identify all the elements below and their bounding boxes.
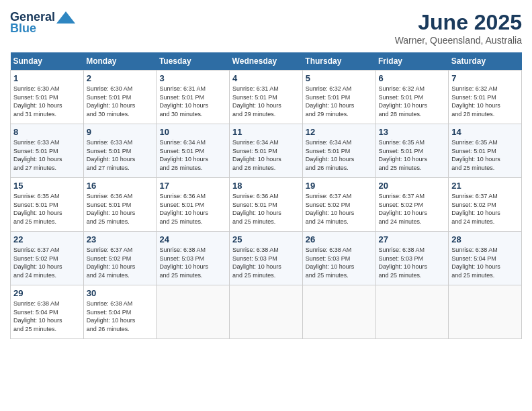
calendar-cell: 3Sunrise: 6:31 AMSunset: 5:01 PMDaylight…	[157, 71, 230, 124]
calendar-cell: 9Sunrise: 6:33 AMSunset: 5:01 PMDaylight…	[83, 124, 157, 178]
calendar-table: SundayMondayTuesdayWednesdayThursdayFrid…	[10, 52, 522, 339]
day-number: 11	[232, 127, 300, 137]
day-info: Sunrise: 6:38 AMSunset: 5:04 PMDaylight:…	[13, 300, 81, 333]
calendar-week-row: 15Sunrise: 6:35 AMSunset: 5:01 PMDayligh…	[11, 178, 522, 232]
calendar-cell: 6Sunrise: 6:32 AMSunset: 5:01 PMDaylight…	[375, 71, 449, 124]
day-info: Sunrise: 6:38 AMSunset: 5:04 PMDaylight:…	[451, 246, 519, 279]
calendar-cell: 10Sunrise: 6:34 AMSunset: 5:01 PMDayligh…	[157, 124, 230, 178]
day-info: Sunrise: 6:34 AMSunset: 5:01 PMDaylight:…	[232, 138, 300, 172]
calendar-cell: 25Sunrise: 6:38 AMSunset: 5:03 PMDayligh…	[230, 232, 303, 285]
day-number: 20	[379, 181, 446, 191]
day-info: Sunrise: 6:35 AMSunset: 5:01 PMDaylight:…	[379, 138, 446, 172]
calendar-cell	[449, 285, 522, 339]
calendar-cell: 1Sunrise: 6:30 AMSunset: 5:01 PMDaylight…	[11, 71, 84, 124]
page-header: General Blue June 2025 Warner, Queenslan…	[10, 10, 522, 46]
day-info: Sunrise: 6:33 AMSunset: 5:01 PMDaylight:…	[13, 138, 81, 172]
logo: General Blue	[10, 10, 75, 36]
day-info: Sunrise: 6:35 AMSunset: 5:01 PMDaylight:…	[13, 192, 81, 226]
day-number: 13	[379, 127, 446, 137]
calendar-cell: 19Sunrise: 6:37 AMSunset: 5:02 PMDayligh…	[302, 178, 375, 232]
day-info: Sunrise: 6:33 AMSunset: 5:01 PMDaylight:…	[87, 138, 154, 172]
calendar-cell: 21Sunrise: 6:37 AMSunset: 5:02 PMDayligh…	[449, 178, 522, 232]
day-number: 4	[232, 73, 300, 83]
title-area: June 2025 Warner, Queensland, Australia	[395, 10, 522, 46]
day-number: 27	[379, 234, 446, 244]
day-info: Sunrise: 6:37 AMSunset: 5:02 PMDaylight:…	[87, 246, 154, 279]
day-number: 2	[87, 73, 154, 83]
col-header-thursday: Thursday	[302, 52, 375, 71]
calendar-cell: 29Sunrise: 6:38 AMSunset: 5:04 PMDayligh…	[11, 285, 84, 339]
day-number: 17	[159, 181, 226, 191]
logo-icon	[56, 11, 75, 24]
day-number: 14	[451, 127, 519, 137]
calendar-week-row: 1Sunrise: 6:30 AMSunset: 5:01 PMDaylight…	[11, 71, 522, 124]
col-header-monday: Monday	[83, 52, 157, 71]
day-number: 30	[87, 288, 154, 298]
day-info: Sunrise: 6:37 AMSunset: 5:02 PMDaylight:…	[13, 246, 81, 279]
col-header-saturday: Saturday	[449, 52, 522, 71]
calendar-cell: 20Sunrise: 6:37 AMSunset: 5:02 PMDayligh…	[375, 178, 449, 232]
calendar-cell: 14Sunrise: 6:35 AMSunset: 5:01 PMDayligh…	[449, 124, 522, 178]
calendar-cell: 13Sunrise: 6:35 AMSunset: 5:01 PMDayligh…	[375, 124, 449, 178]
day-number: 8	[13, 127, 81, 137]
svg-marker-0	[56, 11, 75, 24]
day-number: 10	[159, 127, 226, 137]
day-number: 3	[159, 73, 226, 83]
calendar-cell: 24Sunrise: 6:38 AMSunset: 5:03 PMDayligh…	[157, 232, 230, 285]
day-info: Sunrise: 6:38 AMSunset: 5:03 PMDaylight:…	[379, 246, 446, 279]
day-number: 12	[306, 127, 373, 137]
day-number: 15	[13, 181, 81, 191]
day-number: 19	[306, 181, 373, 191]
calendar-week-row: 8Sunrise: 6:33 AMSunset: 5:01 PMDaylight…	[11, 124, 522, 178]
calendar-cell	[230, 285, 303, 339]
day-number: 23	[87, 234, 154, 244]
day-info: Sunrise: 6:32 AMSunset: 5:01 PMDaylight:…	[379, 85, 446, 118]
calendar-cell: 18Sunrise: 6:36 AMSunset: 5:01 PMDayligh…	[230, 178, 303, 232]
day-number: 24	[159, 234, 226, 244]
day-info: Sunrise: 6:31 AMSunset: 5:01 PMDaylight:…	[159, 85, 226, 118]
calendar-cell: 12Sunrise: 6:34 AMSunset: 5:01 PMDayligh…	[302, 124, 375, 178]
col-header-friday: Friday	[375, 52, 449, 71]
col-header-wednesday: Wednesday	[230, 52, 303, 71]
calendar-cell: 4Sunrise: 6:31 AMSunset: 5:01 PMDaylight…	[230, 71, 303, 124]
calendar-cell: 5Sunrise: 6:32 AMSunset: 5:01 PMDaylight…	[302, 71, 375, 124]
day-number: 18	[232, 181, 300, 191]
logo-blue: Blue	[10, 21, 36, 36]
day-info: Sunrise: 6:36 AMSunset: 5:01 PMDaylight:…	[232, 192, 300, 226]
day-info: Sunrise: 6:38 AMSunset: 5:03 PMDaylight:…	[306, 246, 373, 279]
calendar-cell: 30Sunrise: 6:38 AMSunset: 5:04 PMDayligh…	[83, 285, 157, 339]
calendar-cell: 27Sunrise: 6:38 AMSunset: 5:03 PMDayligh…	[375, 232, 449, 285]
calendar-cell	[302, 285, 375, 339]
day-info: Sunrise: 6:30 AMSunset: 5:01 PMDaylight:…	[13, 85, 81, 118]
day-info: Sunrise: 6:38 AMSunset: 5:03 PMDaylight:…	[159, 246, 226, 279]
day-number: 29	[13, 288, 81, 298]
day-number: 22	[13, 234, 81, 244]
calendar-cell: 23Sunrise: 6:37 AMSunset: 5:02 PMDayligh…	[83, 232, 157, 285]
day-number: 5	[306, 73, 373, 83]
calendar-cell: 22Sunrise: 6:37 AMSunset: 5:02 PMDayligh…	[11, 232, 84, 285]
calendar-cell: 26Sunrise: 6:38 AMSunset: 5:03 PMDayligh…	[302, 232, 375, 285]
day-info: Sunrise: 6:32 AMSunset: 5:01 PMDaylight:…	[306, 85, 373, 118]
calendar-week-row: 29Sunrise: 6:38 AMSunset: 5:04 PMDayligh…	[11, 285, 522, 339]
day-number: 28	[451, 234, 519, 244]
day-number: 21	[451, 181, 519, 191]
day-info: Sunrise: 6:34 AMSunset: 5:01 PMDaylight:…	[159, 138, 226, 172]
day-number: 16	[87, 181, 154, 191]
day-number: 7	[451, 73, 519, 83]
col-header-tuesday: Tuesday	[157, 52, 230, 71]
day-info: Sunrise: 6:32 AMSunset: 5:01 PMDaylight:…	[451, 85, 519, 118]
calendar-cell: 17Sunrise: 6:36 AMSunset: 5:01 PMDayligh…	[157, 178, 230, 232]
calendar-cell: 7Sunrise: 6:32 AMSunset: 5:01 PMDaylight…	[449, 71, 522, 124]
col-header-sunday: Sunday	[11, 52, 84, 71]
calendar-header-row: SundayMondayTuesdayWednesdayThursdayFrid…	[11, 52, 522, 71]
day-number: 25	[232, 234, 300, 244]
day-info: Sunrise: 6:38 AMSunset: 5:04 PMDaylight:…	[87, 300, 154, 333]
day-info: Sunrise: 6:34 AMSunset: 5:01 PMDaylight:…	[306, 138, 373, 172]
day-info: Sunrise: 6:36 AMSunset: 5:01 PMDaylight:…	[87, 192, 154, 226]
calendar-week-row: 22Sunrise: 6:37 AMSunset: 5:02 PMDayligh…	[11, 232, 522, 285]
day-number: 6	[379, 73, 446, 83]
day-info: Sunrise: 6:36 AMSunset: 5:01 PMDaylight:…	[159, 192, 226, 226]
day-info: Sunrise: 6:30 AMSunset: 5:01 PMDaylight:…	[87, 85, 154, 118]
calendar-cell	[375, 285, 449, 339]
day-number: 9	[87, 127, 154, 137]
